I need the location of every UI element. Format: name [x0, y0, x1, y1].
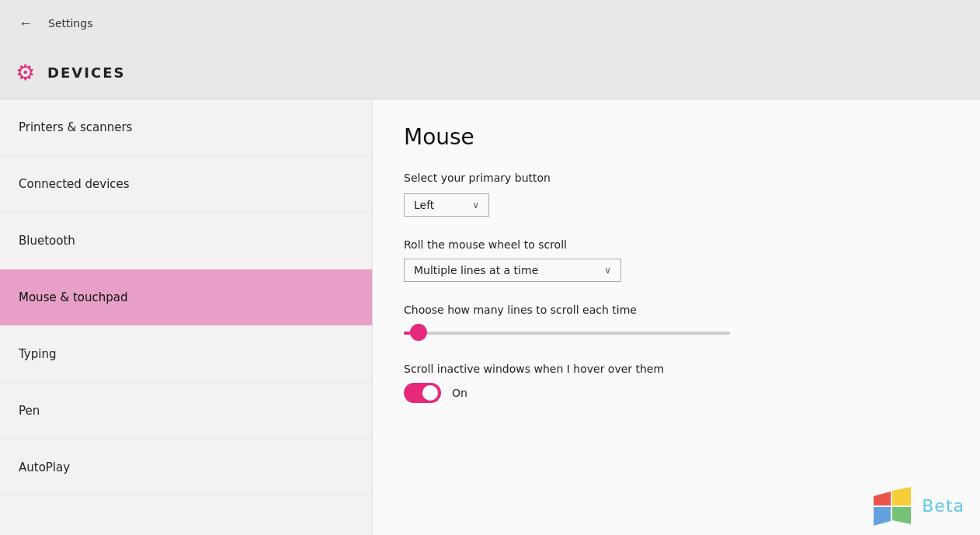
sidebar-label-connected: Connected devices — [19, 177, 130, 191]
devices-gear-icon: ⚙ — [16, 60, 35, 85]
scroll-dropdown[interactable]: Multiple lines at a time ∨ — [404, 259, 621, 282]
sidebar-item-pen[interactable]: Pen — [0, 383, 372, 439]
sidebar-label-printers: Printers & scanners — [19, 120, 132, 134]
scroll-chevron-icon: ∨ — [604, 265, 611, 276]
windows-logo-icon — [872, 485, 912, 526]
lines-label: Choose how many lines to scroll each tim… — [404, 304, 949, 316]
content-area: Mouse Select your primary button Left ∨ … — [373, 99, 980, 535]
sidebar-item-printers[interactable]: Printers & scanners — [0, 99, 372, 156]
topbar-title: Settings — [48, 17, 92, 30]
top-bar: ← Settings — [0, 0, 980, 47]
page-title: Mouse — [404, 124, 949, 150]
sidebar-item-connected[interactable]: Connected devices — [0, 156, 372, 213]
inactive-label: Scroll inactive windows when I hover ove… — [404, 363, 949, 375]
header-bar: ⚙ DEVICES — [0, 47, 980, 99]
toggle-knob — [422, 385, 438, 401]
sidebar-label-mouse: Mouse & touchpad — [19, 290, 127, 304]
chevron-down-icon: ∨ — [472, 200, 479, 210]
back-button[interactable]: ← — [12, 12, 39, 35]
slider-thumb[interactable] — [410, 324, 427, 341]
svg-marker-0 — [874, 492, 891, 505]
lines-slider[interactable] — [404, 325, 949, 341]
sidebar-label-typing: Typing — [19, 347, 56, 361]
scroll-label: Roll the mouse wheel to scroll — [404, 238, 949, 251]
primary-button-label: Select your primary button — [404, 172, 949, 184]
scroll-value: Multiple lines at a time — [414, 264, 538, 276]
sidebar-item-autoplay[interactable]: AutoPlay — [0, 439, 372, 496]
toggle-row: On — [404, 383, 949, 403]
sidebar: Printers & scanners Connected devices Bl… — [0, 99, 373, 535]
toggle-on-text: On — [452, 387, 467, 399]
beta-label: Beta — [922, 496, 964, 516]
main-layout: Printers & scanners Connected devices Bl… — [0, 99, 980, 535]
svg-marker-1 — [892, 487, 911, 505]
inactive-toggle-section: Scroll inactive windows when I hover ove… — [404, 363, 949, 403]
slider-track — [404, 332, 730, 335]
svg-marker-3 — [892, 507, 911, 524]
svg-marker-2 — [874, 507, 891, 526]
primary-button-value: Left — [414, 199, 434, 211]
primary-button-dropdown[interactable]: Left ∨ — [404, 193, 489, 217]
sidebar-item-typing[interactable]: Typing — [0, 326, 372, 383]
sidebar-label-autoplay: AutoPlay — [19, 460, 70, 474]
watermark: Beta — [872, 485, 964, 526]
back-icon: ← — [19, 16, 33, 31]
inactive-toggle[interactable] — [404, 383, 441, 403]
sidebar-item-mouse[interactable]: Mouse & touchpad — [0, 269, 372, 326]
header-title: DEVICES — [47, 64, 125, 81]
sidebar-label-pen: Pen — [19, 404, 40, 418]
sidebar-label-bluetooth: Bluetooth — [19, 234, 75, 248]
sidebar-item-bluetooth[interactable]: Bluetooth — [0, 213, 372, 269]
